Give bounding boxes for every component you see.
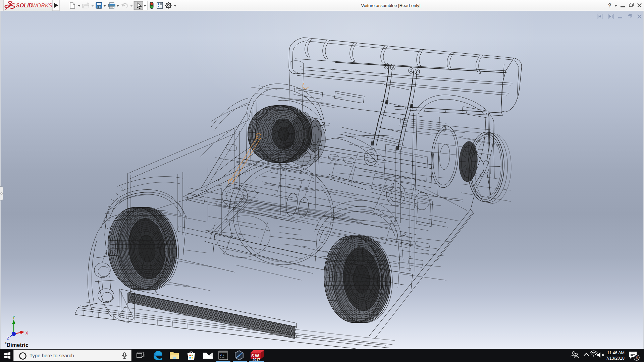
svg-text:C:\_: C:\_: [220, 354, 226, 356]
svg-text:Z: Z: [7, 336, 9, 341]
svg-text:7/13/2018: 7/13/2018: [606, 356, 625, 361]
svg-text:Y: Y: [12, 315, 15, 320]
svg-text:X: X: [25, 331, 28, 336]
svg-text:SOLID: SOLID: [16, 3, 33, 8]
svg-text:2017: 2017: [253, 358, 260, 362]
svg-text:?: ?: [608, 3, 611, 8]
svg-text:4: 4: [636, 356, 638, 360]
svg-text:Voiture assomblee [Read-only]: Voiture assomblee [Read-only]: [361, 3, 420, 8]
svg-text:WORKS: WORKS: [32, 3, 52, 8]
svg-text:11:46 AM: 11:46 AM: [607, 351, 625, 355]
